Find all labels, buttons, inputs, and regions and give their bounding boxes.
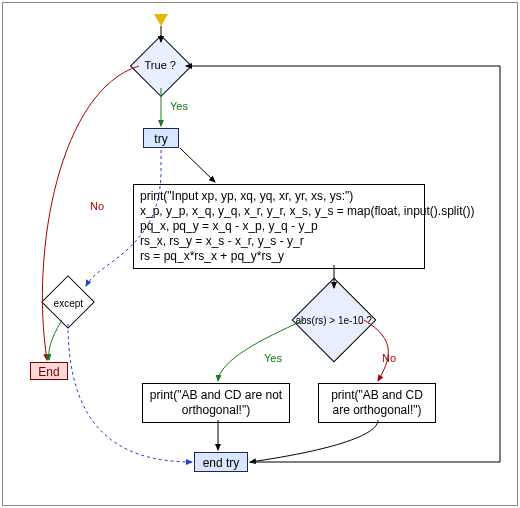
- edges: [0, 0, 520, 508]
- svg-line-2: [180, 148, 215, 182]
